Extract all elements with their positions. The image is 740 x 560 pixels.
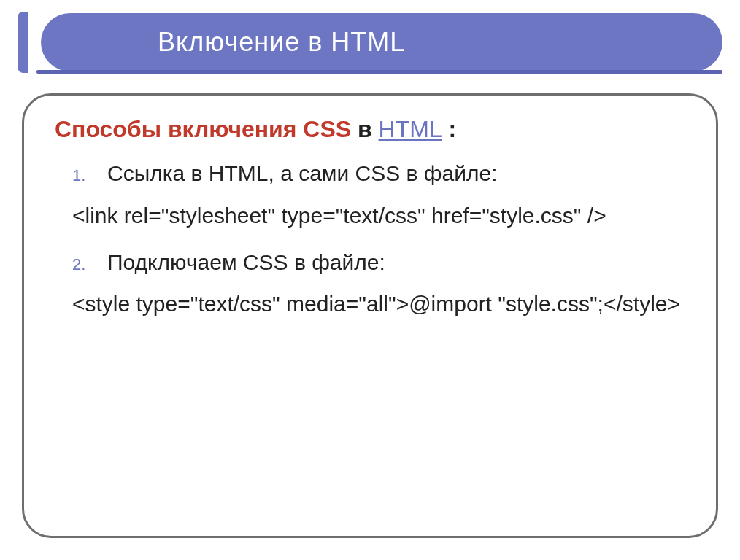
subtitle-in-text: в: [351, 116, 378, 142]
subtitle-after: :: [442, 116, 457, 142]
title-decoration-cap: [18, 12, 28, 73]
item-header-1: Ссылка в HTML, а сами CSS в файле:: [55, 159, 685, 189]
methods-list: Ссылка в HTML, а сами CSS в файле: <link…: [55, 159, 685, 320]
content-box: Способы включения CSS в HTML : Ссылка в …: [22, 93, 718, 538]
slide-title: Включение в HTML: [158, 27, 405, 58]
subtitle: Способы включения CSS в HTML :: [55, 116, 685, 143]
subtitle-html-link[interactable]: HTML: [379, 116, 442, 142]
subtitle-highlight: Способы включения CSS: [55, 116, 351, 142]
slide-container: Включение в HTML Способы включения CSS в…: [0, 0, 740, 560]
list-item: Подключаем CSS в файле: <style type="tex…: [55, 248, 685, 321]
code-line-2: <style type="text/css" media="all">@impo…: [72, 287, 685, 320]
item-header-2: Подключаем CSS в файле:: [55, 248, 685, 278]
title-accent-line: [36, 70, 722, 74]
code-line-1: <link rel="stylesheet" type="text/css" h…: [72, 199, 685, 232]
list-item: Ссылка в HTML, а сами CSS в файле: <link…: [55, 159, 685, 232]
title-bar: Включение в HTML: [41, 13, 722, 71]
